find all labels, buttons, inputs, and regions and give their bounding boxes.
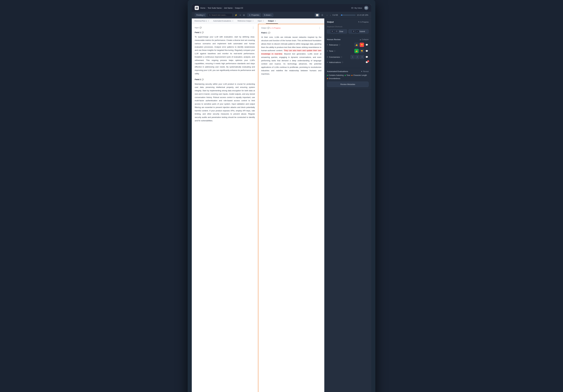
nav-left: Home / Test Suite Name / Job Name / Outp… xyxy=(195,6,243,10)
progress-track xyxy=(341,15,356,15)
prev-button[interactable]: ‹ xyxy=(326,14,328,17)
conciseness-2-button[interactable]: 2 xyxy=(355,55,359,59)
close-reference-output-icon[interactable]: ✕ xyxy=(252,20,254,22)
output-status: In Progress xyxy=(272,27,281,29)
output-field1-comment-icon[interactable]: 💬 xyxy=(268,31,270,34)
review-row-relevance: Relevance ⓘ 👍 👎 💬 xyxy=(327,43,369,47)
grid-icon-button[interactable]: ⊞ xyxy=(242,13,246,17)
tone-info-icon[interactable]: ⓘ xyxy=(334,50,335,52)
pending-button[interactable]: Pending ▾ xyxy=(195,13,206,17)
tone-thumbdown-button[interactable]: 👎 xyxy=(360,49,364,53)
svg-rect-1 xyxy=(197,7,198,8)
relevance-info-icon[interactable]: ⓘ xyxy=(339,44,340,46)
progress-area: 12 of 126 10% xyxy=(341,14,368,16)
field1-comment-icon[interactable]: 💬 xyxy=(202,31,204,34)
next-button[interactable]: › xyxy=(329,14,332,17)
tab-output[interactable]: Output ✕ xyxy=(266,18,278,24)
reveal-button[interactable]: ▼ Reveal xyxy=(361,71,369,73)
character-length-dot xyxy=(351,75,352,76)
relevance-thumbup-button[interactable]: 👍 xyxy=(354,43,359,47)
main-area: Historical Run 1 ✕ Automated Evaluations… xyxy=(192,18,371,392)
input-panel: Input 💬 ⋮ Field 1 💬 To supercharge your … xyxy=(192,24,258,392)
sidebar-output-section: Output ↻ In Progress Keyboard Shortcuts … xyxy=(324,18,371,36)
hallucinations-dot xyxy=(327,62,328,63)
input-panel-header: Input 💬 ⋮ xyxy=(195,26,255,29)
review-metadata-button[interactable]: Review Metadata xyxy=(327,82,369,87)
auto-eval-header: Automated Evaluations ▼ Reveal xyxy=(327,70,369,73)
close-output-icon[interactable]: ✕ xyxy=(275,20,276,22)
output-comment-icon[interactable]: 💬 xyxy=(268,26,270,29)
hallucinations-info-icon[interactable]: ⓘ xyxy=(342,61,343,63)
relevance-comment-button[interactable]: 💬 xyxy=(365,43,369,46)
input-more-button[interactable]: ⋮ xyxy=(251,26,255,29)
input-field2-text: Maintaining security within your LLM pro… xyxy=(195,83,255,122)
tab-historical-run[interactable]: Historical Run 1 ✕ xyxy=(192,18,211,24)
collapse-button[interactable]: ▲ Collapse xyxy=(359,38,369,41)
output-panel: Output 💬 ● In Progress ⋮ Field 1 💬 xyxy=(258,24,324,392)
tab-input[interactable]: Input ✕ xyxy=(256,18,266,24)
output-more-button[interactable]: ⋮ xyxy=(318,27,321,29)
sidebar-output-title: Output xyxy=(327,21,334,23)
conciseness-dot xyxy=(327,57,328,57)
close-historical-run-icon[interactable]: ✕ xyxy=(208,20,209,22)
hallucinations-chat-notification: 💬 1 xyxy=(365,61,369,64)
shown-count: 6 shown › xyxy=(262,13,273,17)
app-window: Home / Test Suite Name / Job Name / Outp… xyxy=(192,4,371,392)
review-row-conciseness: Conciseness ⓘ 1 2 3 💬 xyxy=(327,55,369,59)
clear-button[interactable]: ⌘ ⌫ Clear xyxy=(327,29,347,34)
tone-dot xyxy=(327,50,328,51)
tab-automated-evaluations[interactable]: Automated Evaluations ✕ xyxy=(211,18,235,24)
breadcrumb-suite[interactable]: Test Suite Name xyxy=(208,7,221,9)
tone-comment-button[interactable]: 💬 xyxy=(365,49,369,52)
chevron-down-icon: ▾ xyxy=(204,14,204,16)
in-progress-badge: ↻ In Progress xyxy=(358,21,369,23)
tabs-bar: Historical Run 1 ✕ Automated Evaluations… xyxy=(192,18,324,24)
relevance-thumbdown-button[interactable]: 👎 xyxy=(360,43,364,47)
filter-icon-button[interactable]: ⚡ xyxy=(234,13,238,17)
properties-button[interactable]: Properties xyxy=(247,13,261,17)
eval-tag-character-length: Character Length xyxy=(351,74,367,76)
conciseness-info-icon[interactable]: ⓘ xyxy=(341,56,342,58)
pending-label: Pending xyxy=(196,14,203,16)
relevance-label: Relevance ⓘ xyxy=(329,44,353,46)
nav-right: My Inbox HC xyxy=(351,6,368,10)
output-panel-label: Output 💬 ● In Progress xyxy=(261,26,281,29)
output-field1-label: Field 1 💬 xyxy=(261,31,321,35)
breadcrumb-job[interactable]: Job Name xyxy=(224,7,232,9)
card-view-button[interactable]: ⬜ xyxy=(315,13,320,17)
tone-label: Tone ⓘ xyxy=(329,50,353,52)
tab-reference-output[interactable]: Reference Output ✕ xyxy=(235,18,256,24)
inbox-button[interactable]: My Inbox xyxy=(351,7,362,9)
conciseness-1-button[interactable]: 1 xyxy=(351,55,355,59)
comment-icon[interactable]: 💬 xyxy=(200,26,202,29)
contains-substring-dot xyxy=(327,75,328,76)
sort-icon-button[interactable]: ≡ xyxy=(239,13,242,17)
list-view-button[interactable]: ☰ xyxy=(320,13,324,17)
properties-label: Properties xyxy=(251,14,259,16)
review-row-hallucinations: Hallucinations ⓘ 💬 1 xyxy=(327,61,369,64)
submit-button[interactable]: ⌘ ↵ Submit xyxy=(348,29,369,34)
human-review-section: Human Review ▲ Collapse Relevance ⓘ xyxy=(324,36,371,68)
conciseness-label: Conciseness ⓘ xyxy=(329,56,349,58)
tone-thumbup-button[interactable]: 👍 xyxy=(354,49,359,53)
avatar: HC xyxy=(364,6,368,10)
svg-point-4 xyxy=(209,14,210,15)
search-icon xyxy=(209,14,211,16)
conciseness-3-button[interactable]: 3 xyxy=(360,55,364,59)
breadcrumb-home[interactable]: Home xyxy=(200,7,205,9)
output-field1-text: At their core, LLMs are intricate neural… xyxy=(261,36,321,76)
svg-point-5 xyxy=(250,15,250,15)
inbox-label: My Inbox xyxy=(354,7,362,9)
breadcrumb: Home / Test Suite Name / Job Name / Outp… xyxy=(200,7,243,9)
breadcrumb-output[interactable]: Output ID xyxy=(235,7,243,9)
search-input[interactable] xyxy=(212,14,231,16)
field2-comment-icon[interactable]: 💬 xyxy=(202,78,204,81)
output-panel-header: Output 💬 ● In Progress ⋮ xyxy=(261,26,321,29)
outer-frame: Home / Test Suite Name / Job Name / Outp… xyxy=(188,0,375,392)
automated-eval-section: Automated Evaluations ▼ Reveal Contains … xyxy=(324,68,371,89)
conciseness-comment-button[interactable]: 💬 xyxy=(365,56,369,59)
close-automated-evaluations-icon[interactable]: ✕ xyxy=(232,20,233,22)
input-panel-label: Input 💬 xyxy=(195,26,202,29)
keyboard-shortcuts: ⌘ ⌫ Clear ⌘ ↵ Submit xyxy=(327,29,369,34)
close-input-icon[interactable]: ✕ xyxy=(263,20,264,22)
